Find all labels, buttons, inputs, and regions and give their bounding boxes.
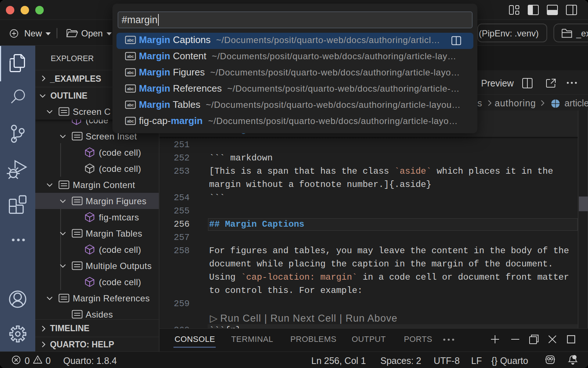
- svg-text:abc: abc: [127, 54, 134, 59]
- svg-text:abc: abc: [127, 86, 134, 91]
- svg-text:abc: abc: [127, 70, 134, 75]
- svg-text:abc: abc: [127, 103, 134, 107]
- svg-text:abc: abc: [127, 38, 134, 42]
- svg-text:abc: abc: [127, 119, 134, 123]
